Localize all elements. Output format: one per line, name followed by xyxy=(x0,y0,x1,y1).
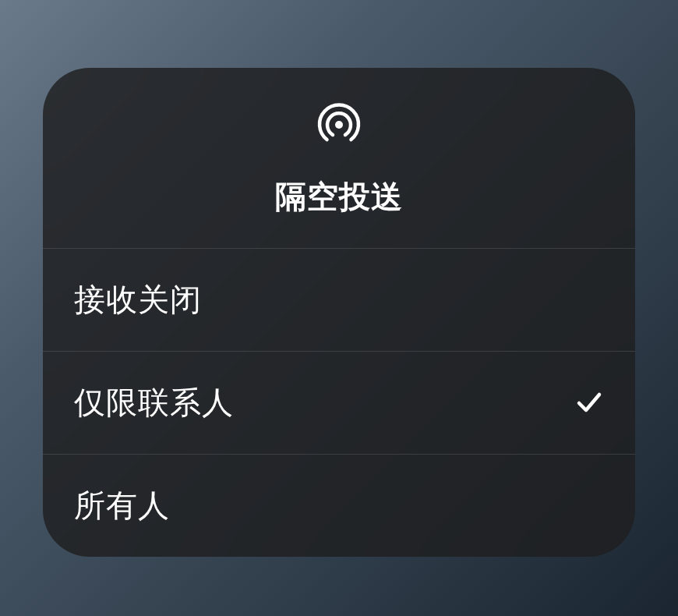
airdrop-icon xyxy=(315,101,363,152)
svg-point-0 xyxy=(335,121,343,129)
option-contacts-only[interactable]: 仅限联系人 xyxy=(43,352,635,455)
checkmark-icon xyxy=(574,388,604,417)
panel-title: 隔空投送 xyxy=(275,175,403,218)
option-label: 仅限联系人 xyxy=(74,381,234,424)
airdrop-settings-panel: 隔空投送 接收关闭 仅限联系人 所有人 xyxy=(43,68,635,557)
panel-header: 隔空投送 xyxy=(43,68,635,249)
option-label: 所有人 xyxy=(74,484,170,527)
option-receiving-off[interactable]: 接收关闭 xyxy=(43,249,635,352)
option-everyone[interactable]: 所有人 xyxy=(43,455,635,557)
option-label: 接收关闭 xyxy=(74,278,202,321)
